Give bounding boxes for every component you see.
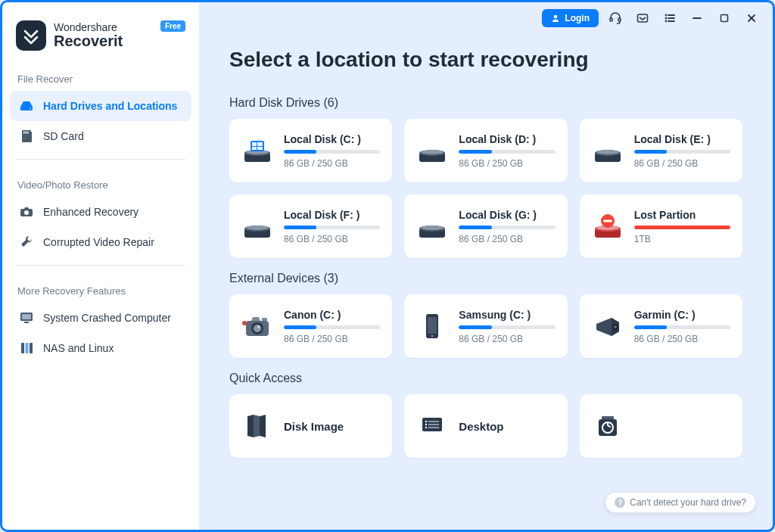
svg-rect-11 [26,343,29,353]
sidebar-item-label: SD Card [43,130,84,142]
usage-bar [459,325,555,329]
card-subtitle: 86 GB / 250 GB [284,234,380,244]
hdd-icon [592,135,624,166]
page-title: Select a location to start recovering [199,34,773,78]
sidebar-item-label: Hard Drives and Locations [43,100,177,112]
sidebar-item-enhanced-recovery[interactable]: Enhanced Recovery [10,197,191,227]
usage-bar-fill [459,325,491,329]
disk-image-icon [241,410,273,442]
minimize-button[interactable] [686,8,708,29]
svg-point-59 [242,321,247,325]
svg-rect-3 [26,132,27,134]
card-title: Local Disk (E: ) [634,133,730,145]
close-button[interactable] [741,8,762,29]
sd-card-icon [19,129,34,144]
server-icon [19,341,34,356]
sidebar-item-hard-drives[interactable]: Hard Drives and Locations [10,91,191,121]
svg-rect-8 [22,314,31,319]
usage-bar-fill [634,150,667,154]
svg-rect-58 [262,318,267,321]
divider [16,265,185,266]
camera-icon [241,310,273,342]
brand-name-bottom: Recoverit [54,33,123,49]
drive-card[interactable]: Desktop [404,394,567,458]
svg-rect-31 [252,142,257,146]
svg-rect-32 [257,142,263,146]
sidebar-item-system-crashed[interactable]: System Crashed Computer [10,303,191,333]
usage-bar [284,325,380,329]
maximize-button[interactable] [714,8,735,29]
svg-point-1 [30,108,31,110]
drive-card[interactable] [580,394,742,458]
svg-rect-73 [428,424,439,425]
sidebar-item-sd-card[interactable]: SD Card [10,121,191,151]
login-button[interactable]: Login [542,9,599,27]
card-title: Local Disk (G: ) [459,209,555,221]
content: Hard Disk Drives (6) Local Disk (C: )86 … [199,78,773,473]
hdd-usb-icon [416,210,448,242]
sidebar-item-nas-linux[interactable]: NAS and Linux [10,333,191,363]
drive-card[interactable]: Local Disk (F: )86 GB / 250 GB [229,194,392,258]
free-badge: Free [160,20,185,32]
svg-rect-34 [257,147,263,150]
drive-card[interactable]: Disk Image [229,394,392,458]
usage-bar-fill [284,226,316,229]
drive-card[interactable]: Local Disk (C: )86 GB / 250 GB [229,119,392,182]
drive-card[interactable]: Garmin (C: )86 GB / 250 GB [580,294,742,358]
drive-card[interactable]: Canon (C: )86 GB / 250 GB [229,294,392,358]
ext-grid: Canon (C: )86 GB / 250 GBSamsung (C: )86… [229,294,742,358]
usage-bar-fill [634,325,667,329]
titlebar: Login [199,2,773,34]
help-chip[interactable]: ? Can't detect your hard drive? [605,492,756,513]
brand-text: Wondershare Recoverit [54,22,123,49]
card-subtitle: 86 GB / 250 GB [634,158,730,169]
svg-point-69 [425,421,427,422]
card-title: Desktop [459,420,555,433]
card-subtitle: 1TB [634,234,730,244]
login-label: Login [565,13,590,23]
divider [16,159,185,160]
usage-bar [459,150,555,154]
card-title: Disk Image [284,420,380,433]
card-body: Samsung (C: )86 GB / 250 GB [459,309,555,344]
sidebar-item-corrupted-video-repair[interactable]: Corrupted Video Repair [10,227,191,257]
card-body: Lost Partion1TB [634,209,730,244]
brand-logo-icon [16,20,46,51]
camera-small-icon [19,204,34,219]
list-icon[interactable] [659,8,680,29]
card-subtitle: 86 GB / 250 GB [284,158,380,169]
svg-point-21 [666,21,667,22]
card-body: Local Disk (C: )86 GB / 250 GB [284,133,380,169]
hdd-icon [241,210,273,242]
monitor-icon [19,310,34,325]
svg-point-37 [421,150,444,154]
drive-card[interactable]: Local Disk (E: )86 GB / 250 GB [580,119,742,182]
svg-point-43 [246,226,269,230]
svg-rect-50 [434,217,437,219]
help-text: Can't detect your hard drive? [630,497,746,508]
card-subtitle: 86 GB / 250 GB [459,158,555,169]
drive-card[interactable]: Local Disk (G: )86 GB / 250 GB [404,194,567,258]
drive-card[interactable]: Samsung (C: )86 GB / 250 GB [404,294,567,358]
card-title: Lost Partion [634,209,730,221]
recycle-icon [592,410,624,442]
usage-bar-fill [634,226,730,229]
user-icon [551,14,560,23]
svg-point-65 [431,335,434,338]
svg-rect-24 [721,15,728,22]
svg-rect-77 [602,416,614,419]
usage-bar [634,226,730,229]
brand-name-top: Wondershare [54,22,123,33]
usage-bar-fill [284,150,316,154]
svg-point-62 [258,326,260,328]
svg-rect-74 [428,427,439,428]
usage-bar-fill [284,325,316,329]
mail-icon[interactable] [632,8,653,29]
drive-card[interactable]: Local Disk (D: )86 GB / 250 GB [404,119,567,182]
hdd-windows-icon [241,135,273,166]
svg-rect-64 [428,317,437,334]
support-icon[interactable] [605,8,626,29]
drive-card[interactable]: Lost Partion1TB [580,194,742,258]
svg-point-17 [666,15,667,16]
svg-point-13 [554,15,558,19]
